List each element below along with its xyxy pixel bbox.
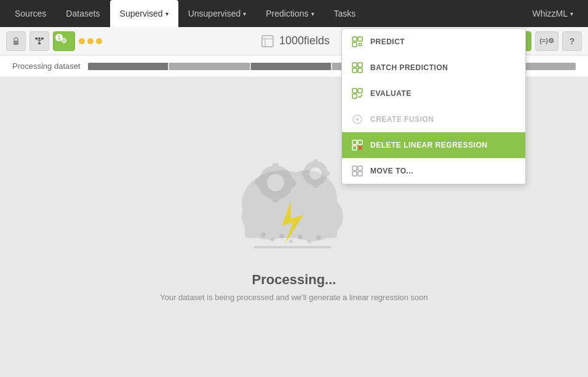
toolbar-title: 1000fields xyxy=(279,34,330,47)
svg-rect-8 xyxy=(262,36,273,47)
nav-supervised-label: Supervised xyxy=(120,9,163,18)
dropdown-batch-prediction[interactable]: BATCH PREDICTION xyxy=(342,55,525,81)
predictions-arrow-icon: ▾ xyxy=(311,10,314,17)
svg-rect-59 xyxy=(254,246,331,248)
svg-line-6 xyxy=(36,39,39,41)
nav-datasets[interactable]: Datasets xyxy=(56,0,109,27)
move-svg xyxy=(352,165,363,177)
fusion-svg xyxy=(352,114,363,125)
svg-rect-12 xyxy=(358,37,362,41)
svg-point-52 xyxy=(261,232,266,237)
batch-svg xyxy=(352,62,363,73)
svg-point-53 xyxy=(271,238,274,242)
svg-rect-2 xyxy=(38,38,41,39)
status-dots xyxy=(79,38,102,44)
svg-rect-20 xyxy=(358,89,362,93)
svg-rect-38 xyxy=(272,195,279,202)
svg-rect-47 xyxy=(314,159,318,165)
batch-icon xyxy=(351,61,364,74)
svg-rect-26 xyxy=(352,166,357,170)
svg-point-56 xyxy=(298,234,303,239)
svg-rect-13 xyxy=(352,42,357,47)
nav-tasks[interactable]: Tasks xyxy=(324,0,366,27)
dropdown-create-fusion[interactable]: CREATE FUSION xyxy=(342,106,525,132)
predict-label: PREDICT xyxy=(370,38,405,46)
svg-rect-25 xyxy=(352,146,357,150)
nav-sources[interactable]: Sources xyxy=(5,0,56,27)
progress-seg-1 xyxy=(88,63,169,70)
dropdown-move-to[interactable]: MOVE TO... xyxy=(342,158,525,184)
svg-rect-4 xyxy=(38,42,41,44)
lock-button[interactable] xyxy=(6,31,26,51)
fusion-label: CREATE FUSION xyxy=(370,115,434,124)
svg-rect-16 xyxy=(358,63,362,67)
svg-rect-3 xyxy=(41,38,44,39)
dataset-icon xyxy=(261,34,274,48)
predict-icon xyxy=(351,35,364,49)
dot-1 xyxy=(79,38,85,44)
svg-point-54 xyxy=(279,234,284,239)
svg-rect-28 xyxy=(352,172,357,176)
svg-rect-23 xyxy=(352,140,357,145)
svg-rect-48 xyxy=(314,182,318,188)
svg-point-57 xyxy=(308,240,311,244)
dropdown-delete-regression[interactable]: DELETE LINEAR REGRESSION xyxy=(342,132,525,158)
svg-rect-21 xyxy=(352,94,357,98)
processing-subtitle: Your dataset is being processed and we'l… xyxy=(160,293,428,302)
svg-point-46 xyxy=(309,167,322,180)
supervised-arrow-icon: ▾ xyxy=(165,10,169,17)
dropdown-predict[interactable]: PREDICT xyxy=(342,29,525,55)
fusion-icon xyxy=(351,113,364,126)
nav-sources-label: Sources xyxy=(15,9,46,18)
nav-unsupervised[interactable]: Unsupervised ▾ xyxy=(178,0,256,27)
dot-3 xyxy=(96,38,102,44)
progress-seg-2 xyxy=(169,63,250,70)
delete-icon xyxy=(351,138,364,152)
svg-rect-37 xyxy=(272,163,279,170)
nav-predictions-label: Predictions xyxy=(266,9,308,18)
lock-icon xyxy=(12,37,20,46)
unsupervised-arrow-icon: ▾ xyxy=(243,10,246,17)
move-label: MOVE TO... xyxy=(370,167,413,175)
nav-user-label: WhizzML xyxy=(532,9,568,18)
progress-label: Processing dataset xyxy=(12,62,81,71)
nav-supervised[interactable]: Supervised ▾ xyxy=(110,0,178,27)
delete-svg xyxy=(352,140,363,151)
svg-rect-50 xyxy=(301,172,307,176)
svg-rect-24 xyxy=(358,140,362,145)
top-navigation: Sources Datasets Supervised ▾ Unsupervis… xyxy=(0,0,588,27)
delete-label: DELETE LINEAR REGRESSION xyxy=(370,141,488,149)
info-button[interactable]: ? xyxy=(562,31,582,51)
svg-rect-11 xyxy=(352,37,357,41)
formula-button[interactable]: (=)⚙ xyxy=(535,31,558,51)
svg-rect-18 xyxy=(358,68,362,73)
svg-rect-15 xyxy=(352,63,357,67)
nav-unsupervised-label: Unsupervised xyxy=(188,9,241,18)
nav-right-area: WhizzML ▾ xyxy=(522,0,583,27)
move-icon xyxy=(351,164,364,178)
svg-rect-0 xyxy=(14,41,18,45)
context-dropdown-menu: PREDICT BATCH PREDICTION EVALUATE xyxy=(341,28,526,185)
svg-line-7 xyxy=(39,39,42,41)
processing-title: Processing... xyxy=(252,272,336,288)
fields-count-label: 1 xyxy=(55,34,63,41)
dot-2 xyxy=(87,38,93,44)
svg-point-55 xyxy=(289,239,293,243)
batch-label: BATCH PREDICTION xyxy=(370,63,448,72)
tree-icon xyxy=(34,37,44,46)
evaluate-svg xyxy=(352,88,363,99)
svg-rect-29 xyxy=(358,172,362,176)
nav-user[interactable]: WhizzML ▾ xyxy=(522,0,583,27)
evaluate-icon xyxy=(351,87,364,100)
nav-predictions[interactable]: Predictions ▾ xyxy=(256,0,324,27)
progress-seg-3 xyxy=(251,63,332,70)
svg-rect-17 xyxy=(352,68,357,73)
fields-count-button[interactable]: 1 ⚙ xyxy=(53,31,75,51)
model-tree-button[interactable] xyxy=(30,31,49,51)
svg-rect-19 xyxy=(352,89,357,93)
dropdown-evaluate[interactable]: EVALUATE xyxy=(342,81,525,106)
svg-rect-27 xyxy=(358,166,362,170)
svg-rect-49 xyxy=(324,172,330,176)
predict-svg xyxy=(352,36,363,47)
user-arrow-icon: ▾ xyxy=(570,10,573,17)
